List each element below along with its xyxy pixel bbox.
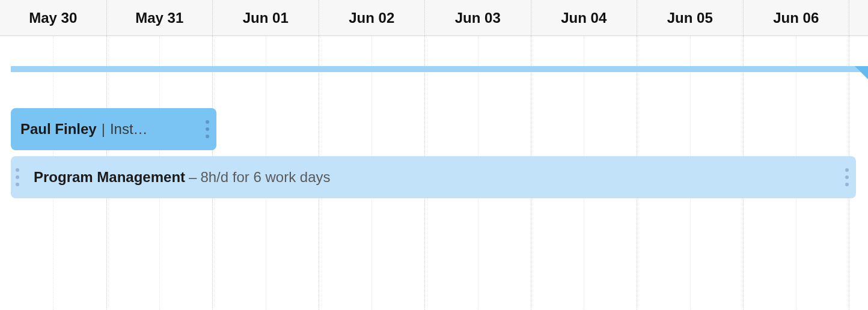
day-label: Jun 04 <box>561 10 607 26</box>
pipe-separator: | <box>102 121 105 138</box>
day-header[interactable]: Jun 01 <box>212 0 319 35</box>
project-range-bar[interactable] <box>11 66 868 72</box>
dot-icon <box>845 183 849 186</box>
dot-icon <box>206 135 209 138</box>
dot-icon <box>845 175 849 179</box>
dot-icon <box>206 127 209 131</box>
day-label: Jun 03 <box>455 10 501 26</box>
day-label: Jun 01 <box>243 10 289 26</box>
day-header[interactable]: Jun 04 <box>531 0 637 35</box>
task-bar-program-management[interactable]: Program Management – 8h/d for 6 work day… <box>11 156 856 198</box>
dot-icon <box>206 120 209 124</box>
day-header[interactable]: Jun 03 <box>424 0 531 35</box>
day-header[interactable]: Jun 06 <box>743 0 849 35</box>
timeline-body[interactable]: Paul Finley | Inst… Program Management –… <box>0 36 868 310</box>
dot-icon <box>16 175 19 179</box>
dot-icon <box>16 183 19 186</box>
day-label: Jun 06 <box>773 10 819 26</box>
task-separator: – <box>189 169 197 186</box>
day-header[interactable]: May 31 <box>106 0 213 35</box>
task-bar-paul-finley[interactable]: Paul Finley | Inst… <box>11 108 216 150</box>
header-edge <box>849 0 861 35</box>
day-header[interactable]: Jun 02 <box>319 0 425 35</box>
task-subtitle: Inst… <box>110 121 148 138</box>
day-header[interactable]: May 30 <box>0 0 106 35</box>
timeline-header: May 30 May 31 Jun 01 Jun 02 Jun 03 Jun 0… <box>0 0 868 36</box>
task-title: Paul Finley <box>20 121 97 138</box>
day-label: May 31 <box>135 10 183 26</box>
day-label: Jun 05 <box>667 10 713 26</box>
task-detail: 8h/d for 6 work days <box>200 169 330 186</box>
day-header[interactable]: Jun 05 <box>637 0 743 35</box>
task-title: Program Management <box>34 169 185 186</box>
dot-icon <box>845 168 849 172</box>
dot-icon <box>16 168 19 172</box>
day-label: May 30 <box>29 10 77 26</box>
day-label: Jun 02 <box>349 10 394 26</box>
resize-handle-right[interactable] <box>206 120 210 138</box>
resize-handle-right[interactable] <box>845 168 850 186</box>
resize-handle-left[interactable] <box>16 168 20 186</box>
